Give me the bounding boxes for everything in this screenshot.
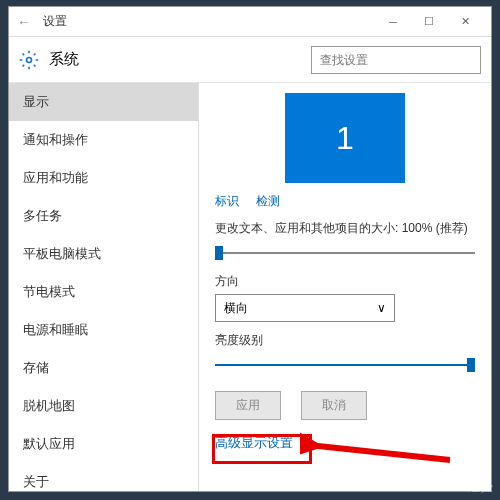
sidebar-item-label: 多任务 (23, 207, 62, 225)
window-title: 设置 (43, 13, 67, 30)
sidebar: 显示 通知和操作 应用和功能 多任务 平板电脑模式 节电模式 电源和睡眠 存储 … (9, 83, 199, 491)
sidebar-item-label: 应用和功能 (23, 169, 88, 187)
monitor-preview[interactable]: 1 (285, 93, 405, 183)
sidebar-item-display[interactable]: 显示 (9, 83, 198, 121)
gear-icon (19, 50, 39, 70)
sidebar-item-label: 关于 (23, 473, 49, 491)
brightness-label: 亮度级别 (215, 332, 475, 349)
sidebar-item-label: 存储 (23, 359, 49, 377)
content: 显示 通知和操作 应用和功能 多任务 平板电脑模式 节电模式 电源和睡眠 存储 … (9, 83, 491, 491)
chevron-down-icon: ∨ (377, 301, 386, 315)
sidebar-item-label: 显示 (23, 93, 49, 111)
sidebar-item-label: 平板电脑模式 (23, 245, 101, 263)
sidebar-item-multitask[interactable]: 多任务 (9, 197, 198, 235)
sidebar-item-label: 电源和睡眠 (23, 321, 88, 339)
sidebar-item-battery[interactable]: 节电模式 (9, 273, 198, 311)
cancel-button[interactable]: 取消 (301, 391, 367, 420)
sidebar-item-label: 节电模式 (23, 283, 75, 301)
close-button[interactable]: ✕ (447, 7, 483, 37)
sidebar-item-maps[interactable]: 脱机地图 (9, 387, 198, 425)
minimize-button[interactable]: ─ (375, 7, 411, 37)
sidebar-item-label: 通知和操作 (23, 131, 88, 149)
sidebar-item-apps[interactable]: 应用和功能 (9, 159, 198, 197)
header: 系统 (9, 37, 491, 83)
advanced-display-link[interactable]: 高级显示设置 (215, 434, 293, 452)
settings-window: ← 设置 ─ ☐ ✕ 系统 显示 通知和操作 应用和功能 多任务 平板电脑模式 … (8, 6, 492, 492)
detect-link[interactable]: 检测 (256, 194, 280, 208)
sidebar-item-label: 默认应用 (23, 435, 75, 453)
titlebar: ← 设置 ─ ☐ ✕ (9, 7, 491, 37)
sidebar-item-label: 脱机地图 (23, 397, 75, 415)
back-button[interactable]: ← (17, 14, 39, 30)
brightness-slider[interactable] (215, 355, 475, 375)
main-panel: 1 标识 检测 更改文本、应用和其他项目的大小: 100% (推荐) 方向 横向… (199, 83, 491, 491)
orientation-value: 横向 (224, 300, 248, 317)
monitor-number: 1 (336, 120, 354, 157)
page-title: 系统 (49, 50, 311, 69)
sidebar-item-power[interactable]: 电源和睡眠 (9, 311, 198, 349)
maximize-button[interactable]: ☐ (411, 7, 447, 37)
sidebar-item-storage[interactable]: 存储 (9, 349, 198, 387)
sidebar-item-tablet[interactable]: 平板电脑模式 (9, 235, 198, 273)
scale-label: 更改文本、应用和其他项目的大小: 100% (推荐) (215, 220, 475, 237)
sidebar-item-about[interactable]: 关于 (9, 463, 198, 491)
orientation-select[interactable]: 横向 ∨ (215, 294, 395, 322)
orientation-label: 方向 (215, 273, 475, 290)
svg-point-0 (27, 57, 32, 62)
sidebar-item-default-apps[interactable]: 默认应用 (9, 425, 198, 463)
scale-slider[interactable] (215, 243, 475, 263)
sidebar-item-notifications[interactable]: 通知和操作 (9, 121, 198, 159)
search-input[interactable] (311, 46, 481, 74)
identify-link[interactable]: 标识 (215, 194, 239, 208)
apply-button[interactable]: 应用 (215, 391, 281, 420)
